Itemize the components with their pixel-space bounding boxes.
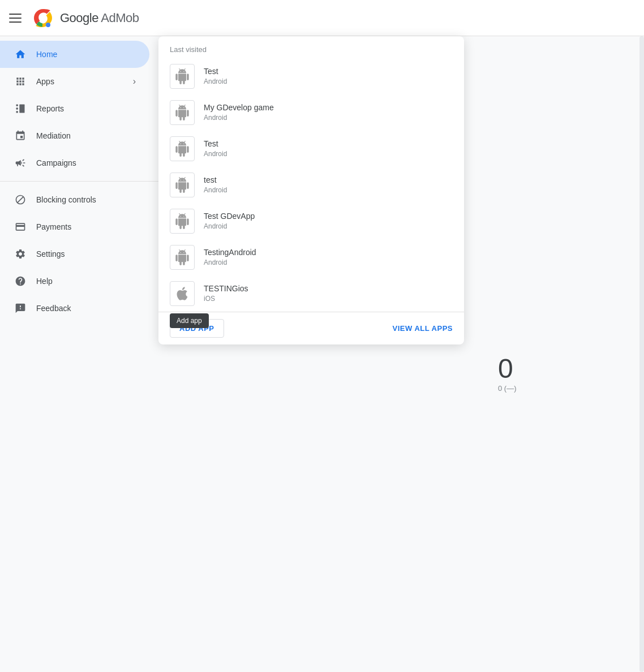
sidebar-item-reports-label: Reports xyxy=(36,104,136,113)
app-platform: Android xyxy=(204,77,453,87)
app-platform: Android xyxy=(204,113,453,123)
sidebar-divider xyxy=(0,181,158,182)
app-icon-box xyxy=(170,209,195,234)
app-icon-box xyxy=(170,100,195,125)
sidebar-item-payments-label: Payments xyxy=(36,222,136,231)
app-name: Test GDevApp xyxy=(204,211,453,222)
apps-icon xyxy=(14,75,27,88)
logo: Google AdMob xyxy=(32,7,139,29)
sidebar-item-help-label: Help xyxy=(36,277,136,286)
payments-icon xyxy=(14,220,27,234)
app-name: TestingAndroid xyxy=(204,247,453,259)
sidebar: Home Apps › Reports Mediation xyxy=(0,36,158,672)
sidebar-item-campaigns[interactable]: Campaigns xyxy=(0,149,149,176)
app-info: TESTINGios iOS xyxy=(204,283,453,304)
main-layout: Home Apps › Reports Mediation xyxy=(0,36,644,672)
app-info: TestingAndroid Android xyxy=(204,247,453,268)
app-name: test xyxy=(204,175,453,186)
stat-sub: 0 (—) xyxy=(498,384,517,393)
blocking-icon xyxy=(14,193,27,206)
app-platform: Android xyxy=(204,186,453,195)
app-platform: iOS xyxy=(204,294,453,304)
app-list-item[interactable]: TestingAndroid Android xyxy=(158,239,464,275)
svg-rect-4 xyxy=(19,105,24,113)
app-info: My GDevelop game Android xyxy=(204,102,453,123)
app-icon-box xyxy=(170,173,195,197)
app-info: Test GDevApp Android xyxy=(204,211,453,231)
app-icon-box xyxy=(170,245,195,270)
sidebar-item-settings-label: Settings xyxy=(36,249,136,259)
sidebar-item-apps-label: Apps xyxy=(36,77,124,86)
mediation-icon xyxy=(14,129,27,143)
sidebar-item-apps[interactable]: Apps › xyxy=(0,68,149,95)
menu-button[interactable] xyxy=(9,11,23,25)
app-platform: Android xyxy=(204,149,453,159)
sidebar-item-blocking[interactable]: Blocking controls xyxy=(0,186,149,213)
content-area: Home Last visited Test Android My GDevel… xyxy=(158,36,644,672)
reports-icon xyxy=(14,102,27,115)
app-platform: Android xyxy=(204,258,453,268)
app-list-item[interactable]: My GDevelop game Android xyxy=(158,94,464,131)
sidebar-item-blocking-label: Blocking controls xyxy=(36,195,136,204)
svg-rect-3 xyxy=(16,111,18,113)
sidebar-item-mediation[interactable]: Mediation xyxy=(0,122,149,149)
sidebar-item-home-label: Home xyxy=(36,50,136,59)
app-info: test Android xyxy=(204,175,453,195)
svg-rect-1 xyxy=(16,105,18,106)
sidebar-item-feedback[interactable]: Feedback xyxy=(0,295,149,322)
app-header: Google AdMob xyxy=(0,0,644,36)
tooltip-add-app: Add app xyxy=(170,313,209,328)
sidebar-item-settings[interactable]: Settings xyxy=(0,240,149,268)
sidebar-item-help[interactable]: Help xyxy=(0,268,149,295)
stat-value: 0 xyxy=(498,353,517,384)
sidebar-item-campaigns-label: Campaigns xyxy=(36,158,136,167)
home-icon xyxy=(14,48,27,61)
app-icon-box xyxy=(170,64,195,89)
last-visited-label: Last visited xyxy=(158,36,464,58)
app-platform: Android xyxy=(204,222,453,231)
help-icon xyxy=(14,274,27,288)
sidebar-item-feedback-label: Feedback xyxy=(36,304,136,313)
apps-dropdown: Last visited Test Android My GDevelop ga… xyxy=(158,36,464,344)
app-list-item[interactable]: test Android xyxy=(158,167,464,203)
app-info: Test Android xyxy=(204,139,453,159)
sidebar-item-mediation-label: Mediation xyxy=(36,131,136,140)
app-info: Test Android xyxy=(204,66,453,87)
sidebar-item-home[interactable]: Home xyxy=(0,41,149,68)
app-icon-box xyxy=(170,281,195,306)
svg-rect-2 xyxy=(16,107,18,109)
sidebar-item-payments[interactable]: Payments xyxy=(0,213,149,240)
feedback-icon xyxy=(14,301,27,315)
app-name: My GDevelop game xyxy=(204,102,453,114)
app-icon-box xyxy=(170,136,195,161)
app-list-item[interactable]: Test GDevApp Android xyxy=(158,203,464,239)
app-name: Test xyxy=(204,139,453,150)
app-name: TESTINGios xyxy=(204,283,453,295)
campaigns-icon xyxy=(14,156,27,170)
app-list: Test Android My GDevelop game Android Te… xyxy=(158,58,464,312)
app-list-item[interactable]: TESTINGios iOS xyxy=(158,275,464,312)
app-name: Test xyxy=(204,66,453,77)
sidebar-item-reports[interactable]: Reports xyxy=(0,95,149,122)
logo-text: Google AdMob xyxy=(60,11,139,25)
scrollbar[interactable] xyxy=(639,36,644,672)
svg-point-0 xyxy=(46,23,50,27)
stats-section: 0 0 (—) xyxy=(498,353,517,393)
admob-logo-icon xyxy=(32,7,54,29)
app-list-item[interactable]: Test Android xyxy=(158,131,464,167)
app-list-item[interactable]: Test Android xyxy=(158,58,464,94)
apps-chevron-icon: › xyxy=(133,76,136,87)
view-all-apps-button[interactable]: VIEW ALL APPS xyxy=(393,324,453,333)
settings-icon xyxy=(14,247,27,261)
